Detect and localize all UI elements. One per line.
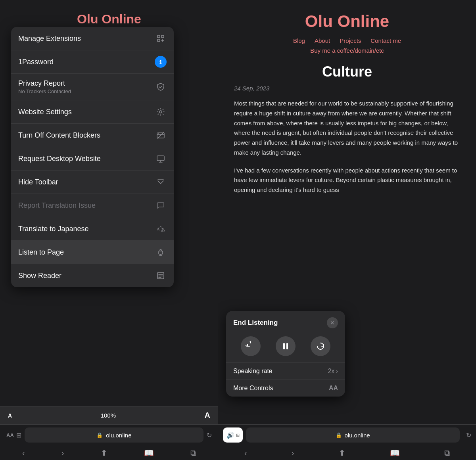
nav-blog[interactable]: Blog bbox=[293, 37, 305, 44]
url-text-left: olu.online bbox=[106, 432, 131, 439]
more-controls-aa: AA bbox=[329, 385, 338, 392]
article-date: 24 Sep, 2023 bbox=[234, 85, 460, 92]
speech-bubble-icon bbox=[155, 199, 167, 211]
article-title: Culture bbox=[234, 63, 460, 80]
forward-button-right[interactable]: › bbox=[292, 448, 294, 458]
listening-title: End Listening bbox=[233, 319, 278, 327]
speaking-rate-chevron: › bbox=[336, 368, 338, 374]
font-percent: 100% bbox=[101, 412, 116, 419]
url-text-right: olu.online bbox=[344, 432, 370, 439]
menu-item-translate[interactable]: Translate to Japanese A あ bbox=[11, 217, 174, 241]
menu-item-manage-extensions[interactable]: Manage Extensions bbox=[11, 27, 174, 50]
speaking-rate-row[interactable]: Speaking rate 2x › bbox=[226, 362, 345, 380]
lock-icon-left: 🔒 bbox=[96, 432, 103, 438]
site-title-right: Olu Online bbox=[234, 12, 460, 31]
listening-popup: End Listening ✕ bbox=[226, 311, 345, 397]
font-small-button[interactable]: A bbox=[8, 412, 12, 419]
svg-rect-8 bbox=[159, 251, 163, 254]
lock-icon-right: 🔒 bbox=[336, 432, 342, 438]
speaking-rate-label: Speaking rate bbox=[233, 368, 273, 375]
left-panel: Olu Online Manage Extensions 1Password bbox=[0, 0, 218, 460]
extensions-button[interactable]: ⊞ bbox=[16, 431, 21, 439]
tabs-button-left[interactable]: ⧉ bbox=[190, 448, 196, 458]
url-bar-right[interactable]: 🔒 olu.online bbox=[246, 427, 460, 443]
extensions-icon bbox=[155, 33, 167, 44]
speaking-rate-value: 2x › bbox=[328, 368, 338, 375]
svg-rect-5 bbox=[157, 156, 164, 161]
right-panel: Olu Online Blog About Projects Contact m… bbox=[218, 0, 476, 460]
gear-icon bbox=[155, 106, 167, 118]
nav-about[interactable]: About bbox=[315, 37, 330, 44]
bookmarks-button-left[interactable]: 📖 bbox=[144, 448, 154, 458]
svg-point-3 bbox=[159, 111, 162, 113]
listen-active-indicator[interactable]: 🔊 ⊞ bbox=[223, 427, 243, 443]
listen-active-icon: 🔊 bbox=[226, 431, 234, 439]
svg-rect-11 bbox=[286, 343, 288, 349]
svg-text:A: A bbox=[157, 226, 160, 231]
share-button-right[interactable]: ⬆ bbox=[339, 448, 345, 458]
menu-item-privacy-report[interactable]: Privacy Report No Trackers Contacted bbox=[11, 74, 174, 100]
1password-icon: 1 bbox=[155, 56, 167, 68]
svg-text:あ: あ bbox=[161, 227, 165, 232]
nav-links: Blog About Projects Contact me bbox=[234, 37, 460, 44]
back-button-left[interactable]: ‹ bbox=[22, 448, 25, 458]
article-body2-partial: I've had a few conversations recently wi… bbox=[234, 166, 460, 195]
back-button-right[interactable]: ‹ bbox=[244, 448, 247, 458]
no-block-icon bbox=[155, 129, 167, 141]
menu-item-listen[interactable]: Listen to Page bbox=[11, 241, 174, 264]
desktop-icon bbox=[155, 153, 167, 165]
menu-item-show-reader[interactable]: Show Reader bbox=[11, 264, 174, 287]
svg-rect-1 bbox=[161, 35, 164, 38]
svg-rect-2 bbox=[157, 39, 160, 42]
fast-forward-button[interactable] bbox=[311, 336, 330, 356]
menu-item-content-blockers[interactable]: Turn Off Content Blockers bbox=[11, 124, 174, 147]
left-bottom-bar: AA ⊞ 🔒 olu.online ↻ ‹ › ⬆ 📖 ⧉ bbox=[0, 424, 218, 460]
menu-item-request-desktop[interactable]: Request Desktop Website bbox=[11, 147, 174, 171]
article-body: Most things that are needed for our worl… bbox=[234, 99, 460, 158]
right-content: Olu Online Blog About Projects Contact m… bbox=[218, 0, 476, 195]
nav-coffee[interactable]: Buy me a coffee/domain/etc bbox=[234, 47, 460, 54]
listening-controls bbox=[226, 333, 345, 362]
menu-item-hide-toolbar[interactable]: Hide Toolbar bbox=[11, 171, 174, 194]
more-controls-label: More Controls bbox=[233, 385, 273, 392]
right-bottom-nav: ‹ › ⬆ 📖 ⧉ bbox=[218, 445, 476, 460]
pause-button[interactable] bbox=[276, 336, 296, 356]
nav-contact[interactable]: Contact me bbox=[370, 37, 401, 44]
url-bar-left[interactable]: 🔒 olu.online bbox=[25, 427, 203, 443]
menu-item-report-translation[interactable]: Report Translation Issue bbox=[11, 194, 174, 217]
ext-icon-right: ⊞ bbox=[236, 433, 240, 438]
rewind-button[interactable] bbox=[241, 336, 261, 356]
reload-button-left[interactable]: ↻ bbox=[207, 432, 212, 439]
listen-page-icon bbox=[155, 246, 167, 258]
svg-rect-10 bbox=[283, 343, 285, 349]
hide-toolbar-icon bbox=[155, 176, 167, 188]
menu-overlay: Manage Extensions 1Password 1 bbox=[11, 27, 174, 287]
menu-item-1password[interactable]: 1Password 1 bbox=[11, 50, 174, 74]
shield-icon bbox=[155, 81, 167, 93]
right-bottom-bar: 🔊 ⊞ 🔒 olu.online ↻ ‹ › ⬆ 📖 ⧉ bbox=[218, 424, 476, 460]
reload-button-right[interactable]: ↻ bbox=[466, 432, 471, 439]
left-bg-title: Olu Online bbox=[8, 12, 210, 27]
reader-icon bbox=[155, 270, 167, 282]
menu-item-website-settings[interactable]: Website Settings bbox=[11, 100, 174, 124]
close-listening-button[interactable]: ✕ bbox=[327, 317, 338, 328]
aa-button[interactable]: AA bbox=[6, 432, 14, 438]
font-large-button[interactable]: A bbox=[205, 411, 210, 420]
nav-projects[interactable]: Projects bbox=[340, 37, 361, 44]
translate-icon: A あ bbox=[155, 223, 167, 235]
more-controls-row[interactable]: More Controls AA bbox=[226, 380, 345, 397]
svg-rect-0 bbox=[157, 35, 160, 38]
font-size-bar: A 100% A bbox=[0, 406, 218, 424]
left-bottom-nav: ‹ › ⬆ 📖 ⧉ bbox=[0, 445, 218, 460]
forward-button-left[interactable]: › bbox=[61, 448, 64, 458]
tabs-button-right[interactable]: ⧉ bbox=[444, 448, 450, 458]
share-button-left[interactable]: ⬆ bbox=[101, 448, 107, 458]
bookmarks-button-right[interactable]: 📖 bbox=[390, 448, 400, 458]
